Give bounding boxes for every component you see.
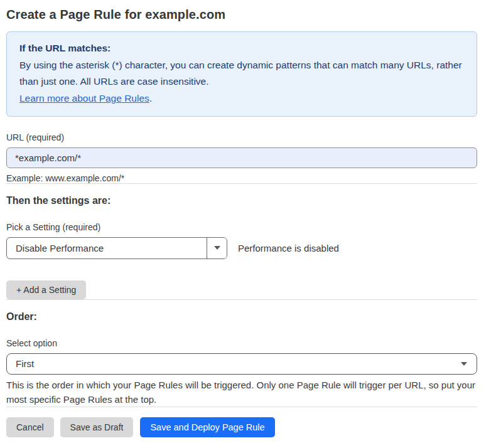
add-setting-button[interactable]: + Add a Setting: [6, 280, 86, 299]
divider: [6, 299, 477, 300]
caret-down-icon: [214, 246, 220, 250]
divider: [6, 407, 477, 407]
setting-select-arrow-button[interactable]: [207, 238, 227, 259]
page-title: Create a Page Rule for example.com: [6, 8, 477, 22]
url-match-info-box: If the URL matches: By using the asteris…: [6, 31, 477, 117]
info-box-link-line: Learn more about Page Rules.: [19, 90, 464, 107]
cancel-button[interactable]: Cancel: [6, 417, 54, 437]
divider: [6, 183, 477, 184]
caret-down-icon: [461, 362, 467, 366]
url-example-text: Example: www.example.com/*: [6, 173, 477, 183]
setting-status-text: Performance is disabled: [238, 243, 339, 253]
order-select-value: First: [7, 358, 43, 369]
setting-select-value: Disable Performance: [7, 238, 207, 259]
create-page-rule-panel: Create a Page Rule for example.com If th…: [0, 0, 496, 445]
info-box-heading: If the URL matches:: [19, 40, 464, 57]
order-section-heading: Order:: [6, 311, 477, 323]
info-box-body: By using the asterisk (*) character, you…: [19, 57, 464, 90]
order-select-label: Select option: [6, 338, 477, 348]
settings-section-heading: Then the settings are:: [6, 195, 477, 206]
save-and-deploy-button[interactable]: Save and Deploy Page Rule: [140, 417, 274, 437]
learn-more-link[interactable]: Learn more about Page Rules: [19, 93, 149, 104]
save-as-draft-button[interactable]: Save as Draft: [60, 417, 134, 437]
footer-actions: Cancel Save as Draft Save and Deploy Pag…: [6, 417, 477, 437]
order-select[interactable]: First: [6, 353, 477, 375]
link-period: .: [149, 93, 152, 104]
order-help-text: This is the order in which your Page Rul…: [6, 378, 477, 407]
url-input[interactable]: [6, 147, 477, 168]
setting-row: Disable Performance Performance is disab…: [6, 237, 477, 259]
url-label: URL (required): [6, 132, 477, 142]
setting-select[interactable]: Disable Performance: [6, 237, 227, 259]
pick-setting-label: Pick a Setting (required): [6, 222, 477, 232]
